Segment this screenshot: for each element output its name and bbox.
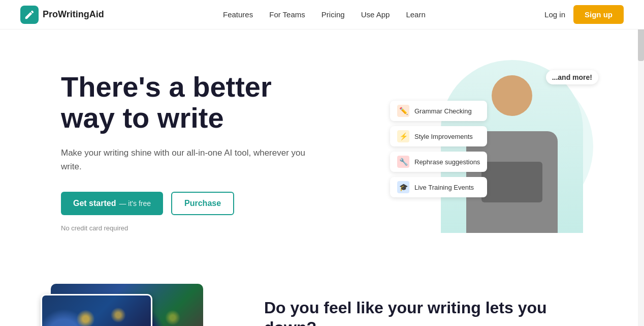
feature-pill-training: 🎓 Live Training Events [390,177,487,197]
nav-features[interactable]: Features [223,10,253,19]
hero-section: There's a better way to write Make your … [0,29,644,263]
hero-title: There's a better way to write [61,71,315,134]
logo-text: ProWritingAid [43,9,104,20]
logo[interactable]: ProWritingAid [20,6,104,24]
navigation: ProWritingAid Features For Teams Pricing… [0,0,644,29]
get-started-button[interactable]: Get started— it's free [61,192,163,215]
no-credit-text: No credit card required [61,224,315,232]
hero-right: ...and more! ✏️ Grammar Checking ⚡ Style… [390,60,603,243]
nav-for-teams[interactable]: For Teams [269,10,305,19]
style-icon: ⚡ [397,130,409,142]
grammar-icon: ✏️ [397,105,409,117]
nav-use-app[interactable]: Use App [361,10,390,19]
section-2-text-area: Do you feel like your writing lets you d… [264,298,603,326]
and-more-badge: ...and more! [546,70,598,84]
painting-front: My idea in my head [41,294,152,326]
nav-right: Log in Sign up [544,5,624,24]
section-2-title: Do you feel like your writing lets you d… [264,298,603,326]
hero-left: There's a better way to write Make your … [61,71,315,232]
signup-button[interactable]: Sign up [573,5,624,24]
section-2: My idea in my head Do you feel like your… [0,263,644,326]
purchase-button[interactable]: Purchase [171,192,234,215]
feature-pill-rephrase: 🔧 Rephrase suggestions [390,152,487,172]
feature-pill-grammar: ✏️ Grammar Checking [390,101,487,121]
feature-pills: ✏️ Grammar Checking ⚡ Style Improvements… [390,101,487,197]
person-laptop [481,162,542,202]
rephrase-icon: 🔧 [397,156,409,168]
grammar-label: Grammar Checking [414,107,472,115]
rephrase-label: Rephrase suggestions [414,158,480,166]
training-label: Live Training Events [414,184,474,191]
person-head [492,75,532,116]
painting-stack: My idea in my head [41,284,213,326]
section-2-illustration: My idea in my head [41,284,234,326]
login-button[interactable]: Log in [544,10,565,19]
style-label: Style Improvements [414,133,473,140]
logo-icon [20,6,39,24]
scrollbar-track[interactable] [638,0,644,326]
hero-subtitle: Make your writing shine with our all-in-… [61,146,315,173]
nav-pricing[interactable]: Pricing [321,10,345,19]
nav-learn[interactable]: Learn [406,10,425,19]
nav-links: Features For Teams Pricing Use App Learn [223,10,426,19]
hero-buttons: Get started— it's free Purchase [61,192,315,215]
feature-pill-style: ⚡ Style Improvements [390,126,487,146]
training-icon: 🎓 [397,181,409,193]
